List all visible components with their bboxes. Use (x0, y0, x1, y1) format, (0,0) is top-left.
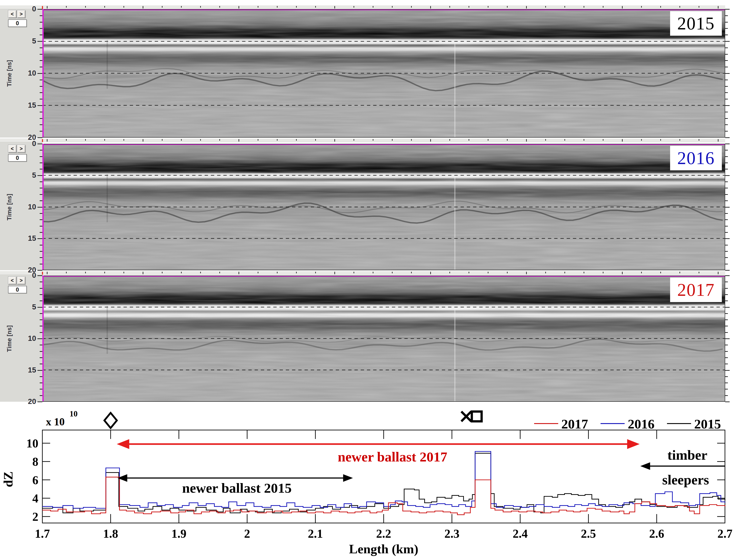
scroll-left-button[interactable]: < (8, 145, 16, 153)
time-tick-label: 15 (24, 234, 36, 242)
time-tick-right (725, 257, 728, 258)
position-counter-field[interactable]: 0 (8, 286, 27, 293)
y-axis-title: dZ (1, 472, 15, 487)
ruler-tick (564, 272, 565, 273)
x-tick-label: 2.6 (649, 527, 664, 540)
time-tick (40, 257, 42, 258)
time-tick-label: 10 (24, 334, 36, 343)
time-tick (40, 60, 42, 61)
ruler-tick (526, 272, 527, 274)
ruler-origin-tick (42, 272, 43, 275)
position-counter-field[interactable]: 0 (8, 154, 27, 162)
time-tick-right (725, 54, 728, 55)
ruler-tick (545, 272, 546, 273)
y-scale-exponent: 10 (70, 409, 78, 418)
time-tick-right (725, 402, 730, 402)
position-counter-field[interactable]: 0 (8, 19, 27, 27)
time-tick-label: 15 (24, 101, 36, 110)
scroll-left-button[interactable]: < (8, 10, 16, 18)
time-tick (40, 282, 42, 282)
time-tick (40, 313, 42, 314)
time-tick (38, 270, 42, 271)
time-tick-right (725, 131, 728, 132)
ruler-tick (469, 139, 469, 141)
y-tick-label: 4 (32, 492, 38, 505)
time-tick (40, 226, 42, 226)
time-tick (38, 338, 42, 339)
ruler-tick (584, 139, 584, 141)
time-tick (40, 245, 42, 246)
time-tick-right (725, 288, 728, 289)
ruler-tick (584, 6, 584, 8)
radargram-canvas-2017[interactable]: 2017 (42, 276, 725, 402)
vertical-streak (107, 306, 108, 354)
time-tick-right (725, 92, 728, 93)
time-tick-right (725, 389, 728, 390)
time-tick (38, 207, 42, 208)
ruler-tick (622, 272, 623, 274)
time-tick (38, 370, 42, 371)
time-tick-right (725, 345, 728, 345)
ruler-tick (660, 6, 661, 8)
time-tick (40, 118, 42, 119)
time-tick-label: 10 (24, 203, 36, 211)
ruler-tick (545, 139, 546, 141)
x-tick-label: 2.1 (308, 527, 323, 540)
radargram-canvas-2015[interactable]: 2015 (42, 9, 725, 138)
scroll-left-button[interactable]: < (8, 276, 16, 284)
time-tick (40, 219, 42, 220)
x-axis-title: Length (km) (349, 542, 418, 556)
ruler-tick (239, 272, 239, 274)
time-tick-right (725, 80, 728, 80)
time-tick (40, 80, 42, 80)
ruler-tick (219, 272, 220, 273)
time-tick (40, 326, 42, 326)
selection-border-left (42, 144, 44, 270)
ruler-tick (699, 139, 699, 141)
time-tick-right (725, 251, 728, 252)
radargram-canvas-2016[interactable]: 2016 (42, 144, 725, 270)
ruler-tick (296, 272, 297, 273)
ruler-tick (104, 272, 105, 273)
time-tick-right (725, 169, 728, 169)
ruler-tick (334, 6, 335, 8)
ns-gridline (42, 238, 725, 239)
time-tick-right (725, 395, 728, 396)
scroll-right-button[interactable]: > (17, 276, 25, 284)
time-tick (40, 92, 42, 93)
position-ruler (0, 5, 725, 9)
time-tick (40, 150, 42, 150)
ruler-tick (162, 272, 162, 273)
time-tick (40, 382, 42, 383)
ruler-tick (584, 272, 584, 273)
time-tick (40, 22, 42, 22)
time-tick-right (725, 245, 728, 246)
time-tick-right (725, 73, 730, 74)
ruler-tick (488, 6, 488, 8)
ruler-tick (488, 139, 488, 141)
ruler-tick (85, 139, 86, 141)
ruler-tick (603, 6, 603, 8)
ruler-origin-tick (42, 139, 43, 142)
ruler-tick (718, 6, 719, 8)
scroll-right-button[interactable]: > (17, 145, 25, 153)
scroll-right-button[interactable]: > (17, 10, 25, 18)
ruler-tick (85, 272, 86, 273)
time-tick (38, 105, 42, 106)
selection-border-top (42, 144, 725, 145)
ruler-tick (200, 6, 201, 8)
ruler-tick (699, 6, 699, 8)
time-tick (40, 112, 42, 112)
position-ruler (0, 138, 725, 142)
time-tick (40, 156, 42, 157)
time-tick-label: 5 (24, 37, 36, 45)
year-label-2015: 2015 (670, 11, 722, 36)
time-tick-right (725, 67, 728, 67)
time-tick-right (725, 307, 730, 308)
time-tick (40, 357, 42, 358)
ruler-tick (143, 272, 143, 274)
ruler-tick (219, 139, 220, 141)
time-tick-right (725, 124, 728, 125)
ruler-tick (277, 139, 278, 141)
time-tick-right (725, 364, 728, 364)
